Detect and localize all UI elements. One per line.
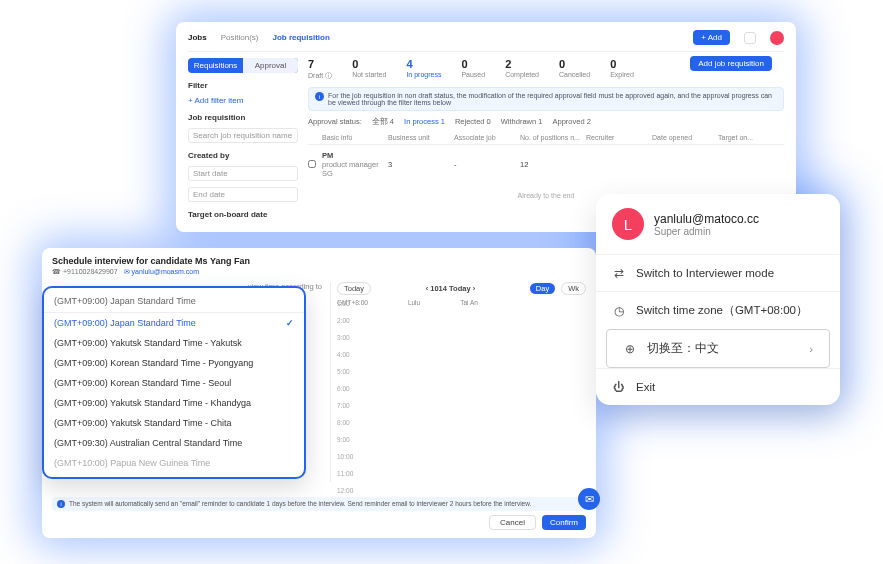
approval-filter[interactable]: Withdrawn 1	[501, 117, 543, 127]
user-role: Super admin	[654, 226, 759, 237]
timezone-option[interactable]: (GMT+10:00) Papua New Guinea Time	[44, 453, 304, 473]
menu-icon: ⏻	[612, 380, 626, 394]
approval-filter[interactable]: In process 1	[404, 117, 445, 127]
stat-not-started[interactable]: 0Not started	[352, 58, 386, 81]
menu-icon: ◷	[612, 304, 626, 318]
timezone-dropdown: (GMT+09:00) Japan Standard Time (GMT+09:…	[42, 286, 306, 479]
table-row[interactable]: PMproduct manager SG 3 - 12	[308, 145, 784, 184]
timezone-option[interactable]: (GMT+09:00) Yakutsk Standard Time - Chit…	[44, 413, 304, 433]
email-link[interactable]: ✉ yanlulu@moasm.com	[124, 268, 199, 276]
info-icon: i	[315, 92, 324, 101]
chat-fab[interactable]: ✉	[578, 488, 600, 510]
timezone-input[interactable]: (GMT+09:00) Japan Standard Time	[44, 292, 304, 313]
jobs-tabs: Jobs Position(s) Job requisition + Add	[188, 30, 784, 52]
stat-expired[interactable]: 0Expired	[610, 58, 634, 81]
tab-positions[interactable]: Position(s)	[221, 33, 259, 42]
start-date-input[interactable]: Start date	[188, 166, 298, 181]
stat-paused[interactable]: 0Paused	[461, 58, 485, 81]
stat-draft-[interactable]: 7Draft ⓘ	[308, 58, 332, 81]
date-nav[interactable]: ‹ 1014 Today ›	[377, 284, 524, 293]
user-avatar[interactable]: L	[612, 208, 644, 240]
timezone-option[interactable]: (GMT+09:00) Yakutsk Standard Time - Khan…	[44, 393, 304, 413]
week-view[interactable]: Wk	[561, 282, 586, 295]
timezone-option[interactable]: (GMT+09:00) Yakutsk Standard Time - Yaku…	[44, 333, 304, 353]
jobs-title: Jobs	[188, 33, 207, 42]
menu-icon: ⊕	[623, 342, 637, 356]
user-menu-item[interactable]: ⇄Switch to Interviewer mode	[596, 254, 840, 291]
approval-filter[interactable]: 全部 4	[372, 117, 394, 127]
tab-job-requisition[interactable]: Job requisition	[272, 33, 329, 42]
user-email: yanlulu@matoco.cc	[654, 212, 759, 226]
stat-cancelled[interactable]: 0Cancelled	[559, 58, 590, 81]
timezone-option[interactable]: (GMT+09:00) Japan Standard Time✓	[44, 313, 304, 333]
cancel-button[interactable]: Cancel	[489, 515, 536, 530]
add-button[interactable]: + Add	[693, 30, 730, 45]
user-menu-item[interactable]: ◷Switch time zone（GMT+08:00）	[596, 291, 840, 329]
grid-icon[interactable]	[744, 32, 756, 44]
avatar[interactable]	[770, 31, 784, 45]
filter-title: Filter	[188, 81, 298, 90]
add-filter-link[interactable]: + Add filter item	[188, 96, 298, 105]
user-menu-item[interactable]: ⊕切换至：中文›	[606, 329, 830, 368]
timezone-option[interactable]: (GMT+09:00) Korean Standard Time - Seoul	[44, 373, 304, 393]
user-menu: L yanlulu@matoco.cc Super admin ⇄Switch …	[596, 194, 840, 405]
stat-in-progress[interactable]: 4In progress	[406, 58, 441, 81]
timezone-option[interactable]: (GMT+09:30) Australian Central Standard …	[44, 433, 304, 453]
jobs-sidebar: Requisitions Approval Filter + Add filte…	[188, 58, 298, 219]
user-menu-item[interactable]: ⏻Exit	[596, 368, 840, 405]
stat-completed[interactable]: 2Completed	[505, 58, 539, 81]
reminder-note: iThe system will automatically send an "…	[52, 497, 586, 511]
end-date-input[interactable]: End date	[188, 187, 298, 202]
row-checkbox[interactable]	[308, 160, 316, 168]
menu-icon: ⇄	[612, 266, 626, 280]
schedule-title: Schedule interview for candidate Ms Yang…	[52, 256, 586, 266]
timezone-option[interactable]: (GMT+09:00) Korean Standard Time - Pyong…	[44, 353, 304, 373]
approval-filter[interactable]: Rejected 0	[455, 117, 491, 127]
requisition-toggle[interactable]: Requisitions Approval	[188, 58, 298, 73]
today-button[interactable]: Today	[337, 282, 371, 295]
add-job-requisition-button[interactable]: Add job requisition	[690, 56, 772, 71]
approval-filter[interactable]: Approved 2	[552, 117, 590, 127]
search-requisition-input[interactable]: Search job requisition name	[188, 128, 298, 143]
info-notice: iFor the job requisition in non draft st…	[308, 87, 784, 111]
day-view[interactable]: Day	[530, 283, 555, 294]
confirm-button[interactable]: Confirm	[542, 515, 586, 530]
